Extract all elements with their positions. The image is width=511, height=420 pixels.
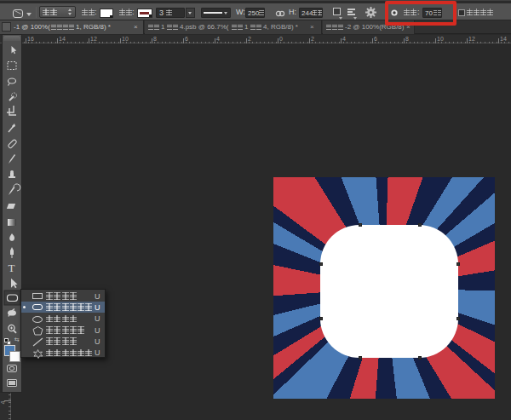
svg-text:T: T: [9, 262, 15, 274]
